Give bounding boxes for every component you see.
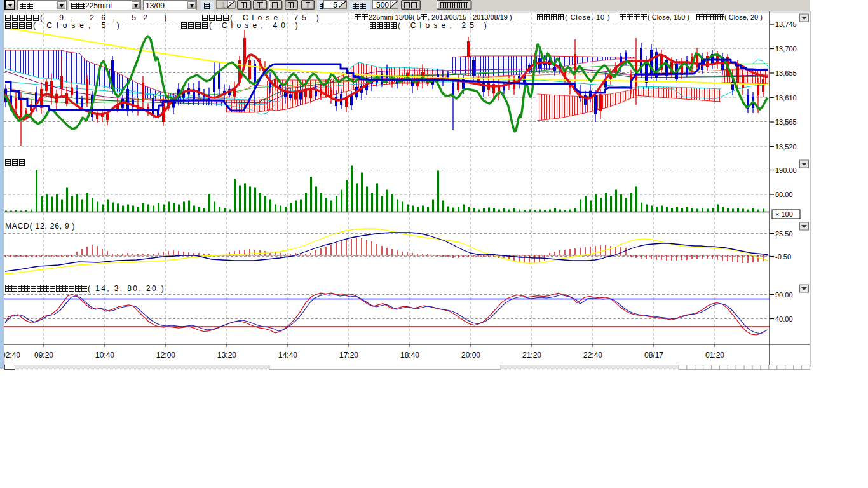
svg-text:13,700: 13,700 [775,45,797,53]
svg-text:14:40: 14:40 [278,351,297,360]
svg-text:21:20: 21:20 [522,351,541,360]
svg-text:90.00: 90.00 [775,291,793,299]
svg-text:13,520: 13,520 [775,143,797,151]
svg-text:18:40: 18:40 [400,351,419,360]
svg-text:13:20: 13:20 [217,351,236,360]
svg-text:02:40: 02:40 [4,351,20,360]
svg-text:× 100: × 100 [775,210,793,218]
svg-text:09:20: 09:20 [34,351,53,360]
svg-text:17:20: 17:20 [339,351,358,360]
svg-text:40.00: 40.00 [775,315,793,323]
svg-text:13,745: 13,745 [775,20,797,28]
svg-text:20:00: 20:00 [461,351,480,360]
svg-text:25.50: 25.50 [775,230,793,238]
svg-text:10:40: 10:40 [95,351,114,360]
svg-text:01:20: 01:20 [705,351,724,360]
svg-text:22:40: 22:40 [583,351,602,360]
svg-text:12:00: 12:00 [156,351,175,360]
svg-text:13,610: 13,610 [775,94,797,102]
svg-text:80.00: 80.00 [775,191,793,198]
svg-text:190.00: 190.00 [775,166,797,174]
svg-text:13,655: 13,655 [775,69,797,77]
svg-text:-0.50: -0.50 [775,253,791,261]
svg-text:08/17: 08/17 [644,351,663,360]
svg-text:13,565: 13,565 [775,118,797,126]
